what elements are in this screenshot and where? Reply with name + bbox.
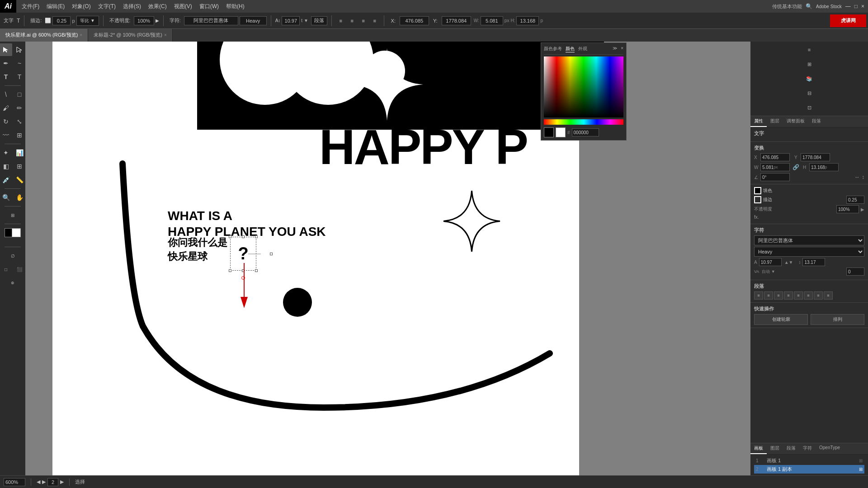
page-input[interactable] [47, 478, 58, 486]
cpick-close-btn[interactable]: × [621, 46, 623, 52]
h-coord-val[interactable]: 13.168 p [809, 163, 839, 171]
artboard-item-2[interactable]: 2 画板 1 副本 ⊞ [754, 465, 864, 474]
cpick-expand-btn[interactable]: ≫ [613, 46, 617, 52]
selection-tool[interactable] [0, 43, 12, 56]
zoom-input[interactable] [4, 478, 25, 486]
right-tab-layers[interactable]: 图层 [767, 116, 783, 127]
align-justify-btn[interactable]: ≡ [784, 291, 793, 300]
right-properties-btn[interactable]: ≡ [803, 43, 816, 56]
next-page-btn[interactable]: ▶ [42, 479, 46, 485]
right-transform-btn[interactable]: ⊡ [803, 101, 816, 114]
background-swatch[interactable] [12, 228, 21, 237]
menu-text[interactable]: 文字(T) [94, 2, 119, 11]
type-area-tool[interactable]: T [13, 70, 26, 83]
va-dropdown[interactable]: 自动 ▼ [762, 269, 775, 275]
align-right-btn[interactable]: ≡ [359, 16, 368, 26]
align-justify-right-btn[interactable]: ≡ [814, 291, 823, 300]
x-coord-val[interactable]: 476.085 [760, 153, 790, 161]
normal-mode-btn[interactable]: □ [0, 263, 12, 276]
angle-val[interactable]: 0° [760, 173, 790, 181]
line-tool[interactable]: \ [0, 88, 12, 101]
warp-tool[interactable]: 〰 [0, 129, 12, 141]
stroke-weight-panel[interactable] [846, 196, 864, 204]
right-tab-properties[interactable]: 属性 [750, 116, 767, 127]
scale-tool[interactable]: ⤡ [13, 115, 26, 128]
behind-mode-btn[interactable]: ⬛ [13, 263, 26, 276]
x-input[interactable] [400, 16, 429, 25]
cpick-tab-color[interactable]: 颜色 [566, 46, 575, 52]
bottom-tab-opentype[interactable]: OpenType [816, 443, 844, 454]
handle-mr[interactable] [270, 253, 273, 255]
canvas-area[interactable]: HAPPY P WHAT IS A HAPPY PLANET YOU ASK 你… [25, 42, 750, 475]
w-coord-val[interactable]: 5.081 px [760, 163, 790, 171]
bottom-tab-para[interactable]: 段落 [783, 443, 799, 454]
direct-selection-tool[interactable] [13, 43, 26, 56]
align-justify-all-btn[interactable]: ≡ [824, 291, 833, 300]
right-libraries-btn[interactable]: 📚 [803, 72, 816, 85]
color-fg-swatch[interactable] [544, 127, 554, 137]
color-spectrum[interactable] [544, 56, 623, 117]
w-input[interactable] [481, 16, 503, 25]
lineheight-panel-input[interactable] [802, 258, 825, 266]
hue-bar[interactable] [544, 119, 623, 125]
rotate-tool[interactable]: ↻ [0, 115, 12, 128]
menu-window[interactable]: 窗口(W) [196, 2, 222, 11]
right-tab-para[interactable]: 段落 [808, 116, 825, 127]
pencil-tool[interactable]: ✏ [13, 102, 26, 114]
arrange-btn[interactable]: 排列 [811, 314, 864, 325]
opacity-expand[interactable]: ▶ [861, 207, 864, 212]
create-outline-btn[interactable]: 创建轮廓 [754, 314, 808, 325]
font-family-input[interactable] [184, 16, 238, 25]
menu-view[interactable]: 视图(V) [170, 2, 196, 11]
align-center-btn[interactable]: ≡ [764, 291, 773, 300]
line-height-input[interactable] [311, 16, 327, 25]
draw-behind-btn[interactable]: ⊕ [6, 277, 19, 289]
hex-input[interactable] [572, 128, 599, 136]
align-center-btn[interactable]: ≡ [347, 16, 357, 26]
menu-file[interactable]: 文件(F) [18, 2, 43, 11]
menu-effect[interactable]: 效果(C) [145, 2, 170, 11]
menu-edit[interactable]: 编辑(E) [43, 2, 68, 11]
flip-v-btn[interactable]: ↕ [862, 174, 864, 180]
prev-page-btn[interactable]: ◀ [37, 479, 40, 485]
h-input[interactable] [516, 16, 539, 25]
font-family-dropdown[interactable]: 阿里巴巴普惠体 [754, 235, 864, 245]
menu-help[interactable]: 帮助(H) [222, 2, 248, 11]
bottom-tab-layers[interactable]: 图层 [767, 443, 783, 454]
tab-0[interactable]: 快乐星球.ai @ 600% (RGB/预览) × [0, 29, 88, 42]
opacity-arrow[interactable]: ▶ [156, 18, 159, 23]
hand-tool[interactable]: ✋ [13, 191, 26, 204]
align-right-btn[interactable]: ≡ [774, 291, 783, 300]
lock-proportions-icon[interactable]: 🔗 [793, 164, 799, 170]
stroke-color-swatch[interactable] [754, 196, 761, 203]
pen-tool[interactable]: ✒ [0, 57, 12, 70]
tab-0-close[interactable]: × [80, 33, 82, 38]
right-layers-btn[interactable]: ⊞ [803, 58, 816, 70]
stroke-weight-input[interactable] [52, 16, 71, 25]
align-left-btn[interactable]: ≡ [336, 16, 346, 26]
measure-tool[interactable]: 📏 [13, 174, 26, 186]
minimize-btn[interactable]: — [845, 3, 851, 9]
brush-tool[interactable]: 🖌 [0, 102, 12, 114]
maximize-btn[interactable]: □ [854, 3, 858, 9]
y-input[interactable] [442, 16, 471, 25]
cpick-tab-ref[interactable]: 颜色参考 [544, 46, 562, 52]
opacity-input[interactable] [134, 16, 154, 25]
color-bg-swatch[interactable] [556, 127, 566, 137]
tab-1-close[interactable]: × [164, 33, 167, 38]
font-weight-dropdown[interactable]: Heavy [754, 247, 864, 257]
y-coord-val[interactable]: 1778.084 [801, 153, 830, 161]
curvature-tool[interactable]: ~ [13, 57, 26, 70]
align-left-btn[interactable]: ≡ [754, 291, 763, 300]
bottom-tab-artboard[interactable]: 画板 [750, 443, 767, 454]
cpick-tab-appearance[interactable]: 外观 [578, 46, 587, 52]
type-tool[interactable]: T [0, 70, 12, 83]
align-justify-left-btn[interactable]: ≡ [794, 291, 803, 300]
artboard-tool[interactable]: ⊞ [6, 209, 19, 221]
gradient-tool[interactable]: ◧ [0, 160, 12, 173]
search-icon[interactable]: 🔍 [806, 3, 812, 9]
font-weight-input[interactable] [240, 16, 267, 25]
eyedropper-tool[interactable]: 💉 [0, 174, 12, 186]
menu-select[interactable]: 选择(S) [119, 2, 145, 11]
opacity-panel-input[interactable] [836, 205, 859, 213]
